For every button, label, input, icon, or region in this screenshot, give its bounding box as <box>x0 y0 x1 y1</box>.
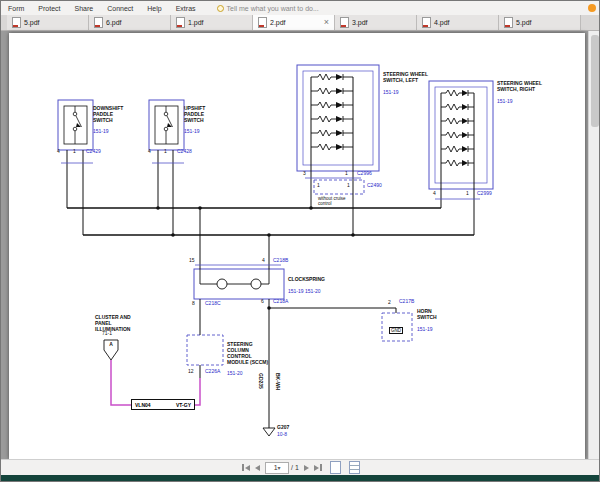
previous-page-button[interactable] <box>255 465 260 471</box>
horn-gnd-label: GND <box>389 327 403 334</box>
menu-form[interactable]: Form <box>1 5 31 12</box>
page-number-input[interactable]: 1▾ <box>265 462 289 474</box>
cluster-terminal-a: A <box>104 342 118 348</box>
component-name: UPSHIFT PADDLE SWITCH <box>184 106 205 124</box>
downshift-switch-label: DOWNSHIFT PADDLE SWITCH 151-19 <box>93 100 123 141</box>
sw-left-pin-1: 1 <box>345 171 348 177</box>
downshift-pin-right: 1 <box>73 149 76 155</box>
pdf-page: DOWNSHIFT PADDLE SWITCH 151-19 4 1 C2429… <box>9 33 585 459</box>
component-name: DOWNSHIFT PADDLE SWITCH <box>93 106 123 124</box>
lightbulb-icon <box>217 5 224 12</box>
tab-close-icon[interactable]: × <box>324 18 329 27</box>
connector-c2428: C2428 <box>177 149 192 155</box>
clockspring-pin-8: 8 <box>192 301 195 307</box>
app-window: Form Protect Share Connect Help Extras T… <box>0 0 600 482</box>
upshift-pin-right: 1 <box>164 149 167 155</box>
single-page-view-icon[interactable] <box>330 461 341 474</box>
tab-label: 4.pdf <box>434 19 450 26</box>
sw-left-pin-3: 3 <box>303 171 306 177</box>
notification-icon[interactable] <box>588 4 596 12</box>
tab-label: 1.pdf <box>188 19 204 26</box>
page-ref: 151-19 <box>184 129 205 135</box>
menu-connect[interactable]: Connect <box>100 5 140 12</box>
first-page-button[interactable] <box>242 464 250 471</box>
cluster-ref: 71-1 <box>102 331 112 337</box>
tab-label: 6.pdf <box>106 19 122 26</box>
next-page-button[interactable] <box>304 465 309 471</box>
page-ref: 151-19 <box>383 90 428 96</box>
tab-label: 5.pdf <box>24 19 40 26</box>
connector-c2490: C2490 <box>367 183 382 189</box>
page-indicator: 1▾ / 1 <box>265 462 299 474</box>
wire-color-bkwh: BK-WH <box>274 373 280 390</box>
tab-6pdf[interactable]: 6.pdf <box>89 15 171 30</box>
document-area: DOWNSHIFT PADDLE SWITCH 151-19 4 1 C2429… <box>1 31 600 459</box>
connector-c218b: C218B <box>273 258 288 264</box>
steering-wheel-left-label: STEERING WHEEL SWITCH, LEFT 151-19 <box>383 66 428 101</box>
pdf-file-icon <box>258 17 267 28</box>
pdf-file-icon <box>504 17 513 28</box>
page-ref: 151-19 <box>417 327 437 333</box>
clockspring-label: CLOCKSPRING 151-19 151-20 <box>288 271 325 300</box>
c2490-pin-1b: 1 <box>347 183 350 189</box>
connector-c217b: C217B <box>399 299 414 305</box>
cluster-illumination-label: CLUSTER AND PANEL ILLUMINATION <box>95 309 131 338</box>
scrollbar-thumb[interactable] <box>591 35 599 127</box>
upshift-switch-label: UPSHIFT PADDLE SWITCH 151-19 <box>184 100 205 141</box>
sccm-pin-12: 12 <box>188 369 194 375</box>
wire-label-gd235: GD235 <box>257 373 263 389</box>
tab-5pdf-b[interactable]: 5.pdf <box>499 15 581 30</box>
downshift-pin-left: 4 <box>57 149 60 155</box>
pdf-file-icon <box>94 17 103 28</box>
component-name: STEERING WHEEL SWITCH, LEFT <box>383 72 428 84</box>
connector-c2999: C2999 <box>477 191 492 197</box>
chevron-down-icon[interactable]: ▾ <box>278 464 281 471</box>
last-page-button[interactable] <box>314 464 322 471</box>
wire-color: VT-GY <box>176 402 191 408</box>
tab-label: 3.pdf <box>352 19 368 26</box>
component-name: STEERING COLUMN CONTROL MODULE (SCCM) <box>227 342 268 366</box>
sw-right-pin-1: 1 <box>466 191 469 197</box>
connector-c218a: C218A <box>273 299 288 305</box>
status-bar <box>1 475 600 482</box>
clockspring-pin-4: 4 <box>262 258 265 264</box>
pdf-file-icon <box>176 17 185 28</box>
vertical-scrollbar[interactable] <box>588 31 600 459</box>
tab-bar: 5.pdf 6.pdf 1.pdf 2.pdf× 3.pdf 4.pdf 5.p… <box>1 15 600 31</box>
ground-ref: 10-8 <box>277 432 287 438</box>
menu-share[interactable]: Share <box>68 5 101 12</box>
component-name: HORN SWITCH <box>417 309 437 321</box>
continuous-view-icon[interactable] <box>349 461 360 474</box>
tell-me-placeholder: Tell me what you want to do... <box>227 5 319 12</box>
pdf-file-icon <box>12 17 21 28</box>
page-ref: 151-19 151-20 <box>288 289 325 295</box>
tab-5pdf-a[interactable]: 5.pdf <box>7 15 89 30</box>
tab-1pdf[interactable]: 1.pdf <box>171 15 253 30</box>
page-ref: 151-19 <box>93 129 123 135</box>
connector-c2429: C2429 <box>86 149 101 155</box>
connector-c2996: C2996 <box>357 171 372 177</box>
menu-protect[interactable]: Protect <box>31 5 67 12</box>
tab-label: 5.pdf <box>516 19 532 26</box>
tab-2pdf-active[interactable]: 2.pdf× <box>253 15 335 30</box>
component-name: CLOCKSPRING <box>288 277 325 283</box>
page-count: / 1 <box>291 464 299 471</box>
clockspring-pin-6: 6 <box>261 299 264 305</box>
component-name: STEERING WHEEL SWITCH, RIGHT <box>497 81 542 93</box>
page-ref: 151-19 <box>497 99 542 105</box>
tell-me-search[interactable]: Tell me what you want to do... <box>217 5 319 12</box>
clockspring-pin-15: 15 <box>189 258 195 264</box>
connector-c226a: C226A <box>205 369 220 375</box>
pdf-file-icon <box>422 17 431 28</box>
horn-switch-label: HORN SWITCH 151-19 <box>417 303 437 338</box>
steering-wheel-right-label: STEERING WHEEL SWITCH, RIGHT 151-19 <box>497 75 542 110</box>
upshift-pin-left: 4 <box>148 149 151 155</box>
c2490-pin-1a: 1 <box>317 183 320 189</box>
menu-extras[interactable]: Extras <box>169 5 203 12</box>
menu-help[interactable]: Help <box>140 5 168 12</box>
tab-label: 2.pdf <box>270 19 286 26</box>
tab-4pdf[interactable]: 4.pdf <box>417 15 499 30</box>
component-name: CLUSTER AND PANEL ILLUMINATION <box>95 315 131 333</box>
tab-3pdf[interactable]: 3.pdf <box>335 15 417 30</box>
page-navigation-toolbar: 1▾ / 1 <box>1 459 600 475</box>
